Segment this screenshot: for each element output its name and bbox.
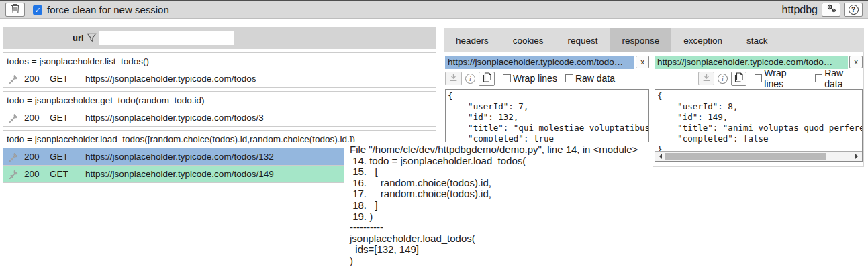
url-filter-input[interactable] — [99, 31, 234, 45]
top-bar: ✓ force clean for new session httpdbg ? — [0, 0, 868, 19]
response-url-bar: https://jsonplaceholder.typicode.com/tod… — [445, 56, 649, 69]
request-url: https://jsonplaceholder.typicode.com/tod… — [85, 169, 274, 179]
group-row: todo = jsonplaceholder.get_todo(random_t… — [3, 92, 436, 109]
tab-response[interactable]: response — [610, 28, 672, 52]
app-title: httpdbg — [782, 4, 818, 16]
wrap-lines-label: Wrap lines — [764, 68, 806, 89]
raw-data-checkbox[interactable] — [815, 74, 823, 82]
response-body: { "userId": 8, "id": 149, "title": "anim… — [655, 90, 862, 151]
force-clean-label: force clean for new session — [47, 4, 169, 15]
pin-icon[interactable] — [9, 74, 18, 84]
copy-button[interactable] — [479, 72, 495, 86]
http-method: GET — [50, 169, 85, 179]
horizontal-scrollbar[interactable] — [655, 151, 862, 161]
group-row: todos = jsonplaceholder.list_todos() — [3, 53, 436, 70]
request-row[interactable]: 200 GET https://jsonplaceholder.typicode… — [3, 109, 436, 127]
tab-cookies[interactable]: cookies — [501, 28, 556, 52]
download-button[interactable] — [698, 72, 714, 85]
request-url: https://jsonplaceholder.typicode.com/tod… — [85, 113, 264, 123]
wrap-lines-label: Wrap lines — [513, 73, 557, 84]
trash-icon — [11, 3, 20, 17]
http-method: GET — [50, 113, 85, 123]
settings-button[interactable] — [822, 3, 840, 17]
status-code: 200 — [24, 169, 50, 179]
download-button[interactable] — [445, 72, 462, 85]
clipboard-icon — [734, 72, 743, 85]
pin-icon[interactable] — [9, 113, 18, 123]
scroll-right-arrow-icon[interactable] — [853, 152, 862, 162]
group-label: todo = jsonplaceholder.load_todos([rando… — [7, 134, 355, 144]
pin-icon[interactable] — [9, 152, 18, 162]
status-code: 200 — [24, 152, 50, 162]
tab-request[interactable]: request — [556, 28, 610, 52]
scrollbar-thumb[interactable] — [665, 153, 826, 160]
scroll-left-arrow-icon[interactable] — [655, 152, 665, 162]
pin-icon[interactable] — [9, 170, 18, 179]
status-code: 200 — [24, 74, 50, 84]
request-url: https://jsonplaceholder.typicode.com/tod… — [85, 152, 274, 162]
raw-data-checkbox[interactable] — [565, 74, 573, 82]
copy-button[interactable] — [731, 72, 746, 86]
wrap-lines-checkbox[interactable] — [503, 74, 511, 82]
detail-tabs: headers cookies request response excepti… — [444, 28, 864, 52]
download-icon — [702, 72, 711, 85]
response-body-box: { "userId": 8, "id": 149, "title": "anim… — [655, 89, 863, 162]
info-icon[interactable]: i — [465, 74, 475, 84]
status-code: 200 — [24, 113, 50, 123]
gears-icon — [825, 3, 837, 16]
close-pane-button[interactable]: x — [636, 56, 649, 68]
response-controls: i Wrap lines Raw data — [698, 70, 863, 87]
http-method: GET — [50, 152, 85, 162]
url-column-header: url — [73, 33, 84, 43]
help-button[interactable]: ? — [844, 3, 863, 17]
response-url-chip[interactable]: https://jsonplaceholder.typicode.com/tod… — [655, 56, 848, 69]
request-group: todo = jsonplaceholder.get_todo(random_t… — [3, 91, 436, 127]
clipboard-icon — [483, 72, 491, 85]
request-list-header: url — [3, 27, 436, 49]
filter-icon[interactable] — [87, 33, 97, 45]
force-clean-checkbox[interactable]: ✓ — [33, 5, 42, 15]
download-icon — [449, 72, 458, 85]
raw-data-label: Raw data — [575, 73, 615, 84]
tab-headers[interactable]: headers — [444, 28, 501, 52]
tab-stack[interactable]: stack — [734, 28, 780, 52]
tab-exception[interactable]: exception — [671, 28, 734, 52]
question-mark-icon: ? — [849, 5, 859, 15]
response-url-chip[interactable]: https://jsonplaceholder.typicode.com/tod… — [445, 56, 634, 69]
request-url: https://jsonplaceholder.typicode.com/tod… — [85, 74, 256, 84]
request-group: todos = jsonplaceholder.list_todos() 200… — [3, 52, 436, 88]
http-method: GET — [50, 74, 85, 84]
stack-trace-tooltip: File "/home/cle/dev/httpdbgdemo/demo.py"… — [344, 142, 653, 268]
wrap-lines-checkbox[interactable] — [755, 74, 763, 82]
response-url-bar: https://jsonplaceholder.typicode.com/tod… — [655, 56, 863, 69]
raw-data-label: Raw data — [824, 68, 863, 89]
info-icon[interactable]: i — [718, 74, 727, 84]
group-label: todos = jsonplaceholder.list_todos() — [7, 56, 149, 66]
response-controls: i Wrap lines Raw data — [445, 70, 649, 87]
request-row[interactable]: 200 GET https://jsonplaceholder.typicode… — [3, 70, 436, 88]
close-pane-button[interactable]: x — [849, 56, 863, 68]
clear-session-button[interactable] — [5, 3, 25, 17]
response-pane-green: https://jsonplaceholder.typicode.com/tod… — [655, 56, 863, 162]
group-label: todo = jsonplaceholder.get_todo(random_t… — [7, 95, 205, 105]
